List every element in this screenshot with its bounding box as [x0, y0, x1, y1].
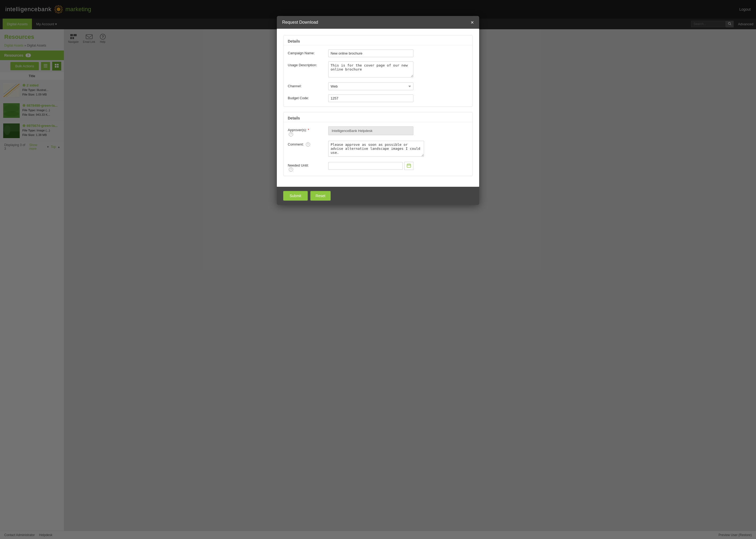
calendar-icon [407, 163, 411, 168]
form-section-body-2: Approver(s): * ? IntelligenceBank Helpde… [284, 122, 472, 176]
comment-row: Comment: ? Please approve as soon as pos… [288, 141, 468, 158]
form-section-details-1: Details Campaign Name: Usage Description… [283, 35, 473, 107]
needed-until-input[interactable] [328, 162, 403, 170]
modal-close-button[interactable]: × [471, 20, 474, 25]
modal-backdrop: Request Download × Details Campaign Name… [0, 0, 756, 539]
reset-button[interactable]: Reset [310, 191, 331, 200]
budget-code-input[interactable] [328, 95, 413, 102]
channel-control: Web Print Social Media Email [328, 82, 413, 90]
approvers-label: Approver(s): * ? [288, 126, 325, 136]
form-section-body-1: Campaign Name: Usage Description: This i… [284, 45, 472, 107]
request-download-modal: Request Download × Details Campaign Name… [277, 16, 479, 205]
needed-until-help-icon[interactable]: ? [289, 167, 293, 172]
comment-input[interactable]: Please approve as soon as possible or ad… [328, 141, 424, 157]
form-section-title-2: Details [284, 112, 472, 122]
comment-label: Comment: ? [288, 141, 325, 147]
usage-description-row: Usage Description: This is for the cover… [288, 61, 468, 78]
budget-code-control [328, 95, 413, 102]
needed-until-label: Needed Until: ? [288, 162, 325, 172]
calendar-button[interactable] [404, 162, 413, 170]
usage-description-control: This is for the cover page of our new on… [328, 61, 413, 78]
campaign-name-input[interactable] [328, 49, 413, 57]
date-row [328, 162, 413, 170]
usage-description-label: Usage Description: [288, 61, 325, 67]
approver-value: IntelligenceBank Helpdesk [328, 126, 413, 135]
modal-title: Request Download [282, 20, 318, 25]
modal-footer: Submit Reset [277, 187, 479, 205]
required-star: * [308, 128, 309, 132]
channel-label: Channel: [288, 82, 325, 88]
approvers-control: IntelligenceBank Helpdesk [328, 126, 413, 135]
needed-until-row: Needed Until: ? [288, 162, 468, 172]
modal-header: Request Download × [277, 16, 479, 29]
needed-until-control [328, 162, 413, 170]
campaign-name-row: Campaign Name: [288, 49, 468, 57]
modal-body: Details Campaign Name: Usage Description… [277, 29, 479, 188]
approvers-help-icon[interactable]: ? [289, 132, 293, 136]
approvers-row: Approver(s): * ? IntelligenceBank Helpde… [288, 126, 468, 136]
comment-control: Please approve as soon as possible or ad… [328, 141, 424, 158]
channel-row: Channel: Web Print Social Media Email [288, 82, 468, 90]
campaign-name-label: Campaign Name: [288, 49, 325, 55]
form-section-details-2: Details Approver(s): * ? IntelligenceBan… [283, 112, 473, 176]
svg-rect-43 [407, 164, 411, 167]
campaign-name-control [328, 49, 413, 57]
budget-code-row: Budget Code: [288, 95, 468, 102]
channel-select[interactable]: Web Print Social Media Email [328, 82, 413, 90]
budget-code-label: Budget Code: [288, 95, 325, 100]
form-section-title-1: Details [284, 36, 472, 45]
submit-button[interactable]: Submit [283, 191, 308, 200]
usage-description-input[interactable]: This is for the cover page of our new on… [328, 61, 413, 77]
comment-help-icon[interactable]: ? [306, 142, 310, 147]
